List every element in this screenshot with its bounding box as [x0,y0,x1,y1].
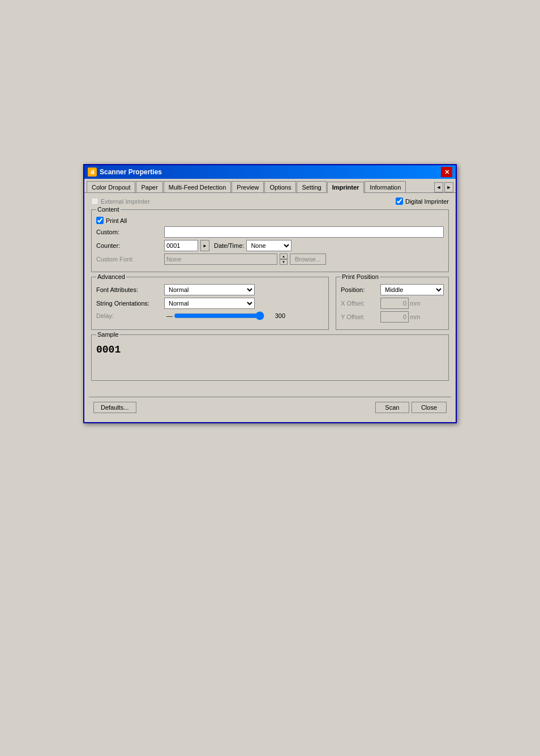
position-label: Position: [341,286,380,293]
print-all-row: Print All [96,217,444,224]
datetime-label: Date/Time: [214,242,244,249]
print-position-group: Print Position Position: Top Middle Bott… [336,277,449,330]
datetime-select[interactable]: None yyyy/mm/dd mm/dd/yyyy dd/mm/yyyy [246,240,292,251]
browse-button[interactable]: Browse... [290,254,326,265]
tab-setting[interactable]: Setting [297,181,326,192]
digital-imprinter-checkbox[interactable] [396,197,403,205]
content-group: Content Print All Custom: Counter: [91,209,449,272]
delay-value: 300 [265,312,285,319]
delay-slider[interactable] [174,311,264,320]
scan-button[interactable]: Scan [375,402,409,413]
tab-imprinter[interactable]: Imprinter [327,182,365,193]
y-offset-input[interactable] [380,311,409,323]
print-all-checkbox[interactable] [96,217,104,224]
title-bar-left: 🖨 Scanner Properties [88,167,162,177]
x-offset-input[interactable] [380,298,409,309]
position-row: Position: Top Middle Bottom [341,284,444,295]
scanner-properties-dialog: 🖨 Scanner Properties ✕ Color Dropout Pap… [83,164,457,423]
title-bar: 🖨 Scanner Properties ✕ [84,165,456,179]
counter-arrow-button[interactable]: ► [200,240,209,251]
external-imprinter-checkbox[interactable] [91,197,98,205]
string-orient-row: String Orientations: Normal Rotate 90 Ro… [96,298,324,309]
custom-font-input[interactable] [164,254,277,265]
counter-controls: ► [164,240,209,251]
y-offset-unit: mm [410,313,420,320]
tab-paper[interactable]: Paper [136,181,162,192]
x-offset-unit: mm [410,300,420,307]
defaults-button[interactable]: Defaults... [93,402,136,413]
y-offset-label: Y Offset: [341,313,380,320]
delay-slider-container: — 300 [166,311,285,320]
title-close-button[interactable]: ✕ [441,167,452,177]
font-attr-row: Font Attributes: Normal Bold Italic Bold… [96,284,324,295]
delay-label: Delay: [96,312,164,319]
sample-text: 0001 [96,342,444,358]
dialog-title: Scanner Properties [100,168,162,176]
advanced-group-inner: Font Attributes: Normal Bold Italic Bold… [96,284,324,320]
advanced-group-title: Advanced [96,273,126,280]
position-select[interactable]: Top Middle Bottom [380,284,444,295]
spacer [89,383,451,394]
tab-information[interactable]: Information [365,181,406,192]
advanced-group: Advanced Font Attributes: Normal Bold It… [91,277,329,330]
font-attr-select[interactable]: Normal Bold Italic Bold Italic [164,284,255,295]
advanced-printposition-row: Advanced Font Attributes: Normal Bold It… [89,274,451,332]
tab-preview[interactable]: Preview [232,181,264,192]
custom-label: Custom: [96,229,164,235]
counter-row: Counter: ► Date/Time: None yyyy/mm/dd mm… [96,240,444,251]
tab-multi-feed[interactable]: Multi-Feed Detection [164,181,232,192]
y-offset-row: Y Offset: mm [341,311,444,323]
digital-imprinter-label: Digital Imprinter [405,198,449,205]
font-attr-label: Font Attributes: [96,286,164,293]
print-all-label: Print All [106,217,127,224]
font-spinner: ▲ ▼ [280,254,288,265]
digital-imprinter-container: Digital Imprinter [396,197,449,205]
bottom-bar: Defaults... Scan Close [89,397,451,418]
delay-row: Delay: — 300 [96,311,324,320]
tab-next-button[interactable]: ► [444,182,453,192]
tab-options[interactable]: Options [264,181,296,192]
x-offset-row: X Offset: mm [341,298,444,309]
tab-color-dropout[interactable]: Color Dropout [87,181,135,192]
print-position-title: Print Position [341,273,380,280]
custom-font-row: Custom Font: ▲ ▼ Browse... [96,254,444,265]
custom-font-label: Custom Font: [96,256,164,263]
tab-prev-button[interactable]: ◄ [434,182,443,192]
main-content: External Imprinter Digital Imprinter Con… [84,193,456,422]
font-spin-up[interactable]: ▲ [280,254,288,259]
content-group-inner: Print All Custom: Counter: ► Date/Time: [96,217,444,265]
font-spin-down[interactable]: ▼ [280,259,288,265]
print-position-inner: Position: Top Middle Bottom X Offset: mm [341,284,444,323]
sample-content: 0001 [96,342,444,376]
counter-label: Counter: [96,242,164,249]
tab-nav: ◄ ► [434,182,453,192]
string-orient-select[interactable]: Normal Rotate 90 Rotate 180 Rotate 270 [164,298,255,309]
custom-row: Custom: [96,226,444,238]
action-buttons: Scan Close [375,402,447,413]
app-icon: 🖨 [88,167,97,177]
x-offset-label: X Offset: [341,300,380,307]
custom-input[interactable] [164,226,444,238]
sample-group-title: Sample [96,331,119,338]
sample-group: Sample 0001 [91,334,449,381]
string-orient-label: String Orientations: [96,300,164,307]
custom-font-controls: ▲ ▼ Browse... [164,254,326,265]
tabs-bar: Color Dropout Paper Multi-Feed Detection… [84,179,456,193]
counter-input[interactable] [164,240,198,251]
imprinter-row: External Imprinter Digital Imprinter [89,197,451,205]
delay-min-marker: — [166,312,173,319]
close-dialog-button[interactable]: Close [412,402,447,413]
content-group-title: Content [96,206,121,213]
external-imprinter-label: External Imprinter [91,197,150,205]
